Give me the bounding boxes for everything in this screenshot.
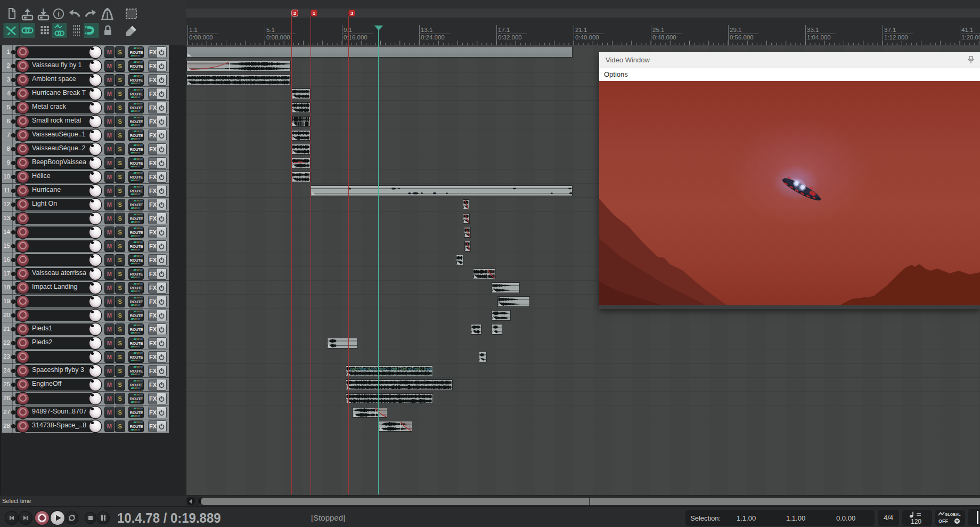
svg-text:Spaceship flying away Light Fl: Spaceship flying away Light Flute tail m… (348, 367, 432, 371)
svg-text:GLOBAL: GLOBAL (945, 513, 961, 516)
svg-text:i: i (58, 10, 60, 18)
svg-text:OFF: OFF (938, 518, 948, 524)
